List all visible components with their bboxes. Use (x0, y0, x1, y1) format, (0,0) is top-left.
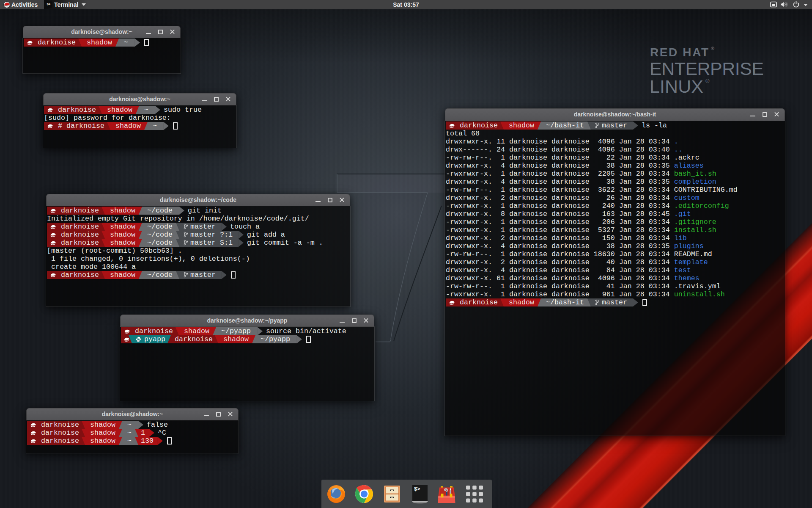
svg-text:$>: $> (414, 486, 420, 492)
svg-text:RED HAT: RED HAT (650, 46, 709, 59)
svg-text:ENTERPRISE: ENTERPRISE (650, 58, 764, 79)
svg-text:LINUX: LINUX (650, 76, 703, 97)
svg-text:®: ® (711, 46, 714, 51)
svg-text:®: ® (705, 78, 710, 84)
